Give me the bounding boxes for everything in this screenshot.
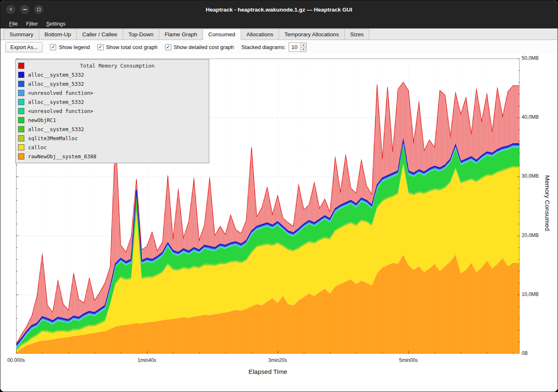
- y-axis-tick-label: 30,0MB: [522, 173, 539, 179]
- legend-swatch: [18, 99, 24, 105]
- y-axis-tick-label: 0B: [522, 350, 528, 356]
- y-axis-tick-label: 20,0MB: [522, 232, 539, 238]
- legend-entries: alloc__system_5332alloc__system_5332<unr…: [18, 70, 206, 161]
- tab-summary[interactable]: Summary: [4, 29, 39, 40]
- close-icon: ×: [9, 7, 12, 12]
- legend-swatch: [18, 144, 24, 150]
- legend-label: alloc__system_5332: [28, 99, 84, 105]
- minimize-icon: [23, 9, 27, 10]
- maximize-button[interactable]: [34, 5, 43, 14]
- y-axis-tick-label: 10,0MB: [522, 291, 539, 297]
- window-controls: ×: [6, 0, 43, 19]
- checkbox-box-icon[interactable]: ✓: [97, 44, 104, 50]
- x-axis-tick-label: 3min20s: [268, 357, 287, 363]
- checkbox-show-legend[interactable]: ✓Show legend: [50, 44, 90, 50]
- y-axis-title: Memory Consumed: [544, 175, 551, 231]
- checkbox-box-icon[interactable]: ✓: [50, 44, 56, 50]
- tab-bottom-up[interactable]: Bottom-Up: [39, 29, 77, 40]
- legend-title: Total Memory Consumption: [28, 63, 206, 69]
- legend-entry: sqlite3MemMalloc: [18, 134, 206, 143]
- tab-consumed[interactable]: Consumed: [203, 29, 241, 40]
- heaptrack-window: × Heaptrack - heaptrack.wakunode.1.gz — …: [0, 0, 558, 392]
- tab-bar: SummaryBottom-UpCaller / CalleeTop-DownF…: [0, 28, 558, 40]
- legend-label: newObjRC1: [28, 117, 56, 123]
- legend-swatch: [18, 135, 24, 141]
- legend-label: rawNewObj__system_6388: [28, 153, 97, 160]
- checkbox-box-icon[interactable]: ✓: [165, 44, 171, 50]
- x-axis-tick-label: 5min00s: [399, 357, 418, 363]
- legend-swatch: [18, 108, 24, 114]
- legend-swatch: [18, 117, 24, 123]
- close-button[interactable]: ×: [6, 5, 15, 14]
- legend-swatch: [18, 90, 24, 96]
- toolbar-checkboxes: ✓Show legend✓Show total cost graph✓Show …: [50, 44, 234, 50]
- menu-item-file[interactable]: File: [5, 20, 21, 28]
- tab-temporary-allocations[interactable]: Temporary Allocations: [279, 29, 345, 40]
- stepper-down-button[interactable]: ▼: [300, 47, 306, 52]
- tab-sizes[interactable]: Sizes: [344, 29, 369, 40]
- checkbox-label: Show total cost graph: [106, 44, 158, 50]
- tab-allocations[interactable]: Allocations: [241, 29, 279, 40]
- titlebar[interactable]: × Heaptrack - heaptrack.wakunode.1.gz — …: [0, 0, 558, 19]
- legend-label: alloc__system_5332: [28, 126, 84, 132]
- legend-label: sqlite3MemMalloc: [28, 135, 78, 141]
- x-axis-tick-label: 1min40s: [137, 357, 156, 363]
- legend-swatch: [18, 81, 24, 87]
- stacked-diagrams-label: Stacked diagrams:: [241, 44, 286, 50]
- legend-entry: <unresolved function>: [18, 88, 206, 97]
- menubar: FileFilterSettings: [0, 19, 558, 28]
- legend-label: <unresolved function>: [28, 90, 93, 96]
- y-axis-tick-label: 50,0MB: [522, 55, 539, 61]
- legend-title-swatch: [18, 63, 24, 69]
- legend-entry: newObjRC1: [18, 115, 206, 124]
- stacked-diagrams-value[interactable]: 10: [289, 43, 300, 52]
- tab-caller-callee[interactable]: Caller / Callee: [76, 29, 123, 40]
- checkbox-label: Show detailed cost graph: [174, 44, 234, 50]
- legend-entry: alloc__system_5332: [18, 70, 206, 79]
- legend-entry: calloc: [18, 143, 206, 152]
- minimize-button[interactable]: [20, 5, 29, 14]
- y-axis-tick-label: 40,0MB: [522, 114, 539, 120]
- x-axis-tick-label: 00.000s: [7, 357, 25, 363]
- legend-label: <unresolved function>: [28, 108, 93, 114]
- legend-title-row: Total Memory Consumption: [18, 61, 206, 70]
- checkbox-show-detailed-cost-graph[interactable]: ✓Show detailed cost graph: [165, 44, 234, 50]
- tab-top-down[interactable]: Top-Down: [123, 29, 159, 40]
- toolbar: Export As... ✓Show legend✓Show total cos…: [0, 40, 558, 54]
- menu-item-filter[interactable]: Filter: [22, 20, 42, 28]
- legend-swatch: [18, 126, 24, 132]
- legend-entry: <unresolved function>: [18, 106, 206, 115]
- stepper-up-button[interactable]: ▲: [300, 43, 306, 47]
- export-as-button[interactable]: Export As...: [5, 42, 43, 52]
- stepper-buttons: ▲ ▼: [300, 43, 306, 52]
- legend-label: alloc__system_5332: [28, 81, 84, 87]
- menu-item-settings[interactable]: Settings: [43, 20, 69, 28]
- checkbox-label: Show legend: [59, 44, 90, 50]
- stacked-diagrams-control: Stacked diagrams: 10 ▲ ▼: [241, 42, 307, 52]
- legend-entry: alloc__system_5332: [18, 97, 206, 106]
- legend-swatch: [18, 153, 24, 160]
- maximize-icon: [37, 8, 40, 11]
- tab-flame-graph[interactable]: Flame Graph: [159, 29, 203, 40]
- chart-legend: Total Memory Consumption alloc__system_5…: [15, 59, 209, 163]
- legend-swatch: [18, 72, 24, 78]
- window-title: Heaptrack - heaptrack.wakunode.1.gz — He…: [0, 7, 558, 13]
- x-axis-title: Elapsed Time: [248, 368, 287, 376]
- legend-entry: rawNewObj__system_6388: [18, 152, 206, 161]
- chart-region: Total Memory Consumption alloc__system_5…: [0, 54, 558, 392]
- legend-entry: alloc__system_5332: [18, 124, 206, 134]
- legend-label: alloc__system_5332: [28, 72, 84, 78]
- legend-label: calloc: [28, 144, 47, 150]
- legend-entry: alloc__system_5332: [18, 79, 206, 88]
- stacked-diagrams-spinbox[interactable]: 10 ▲ ▼: [288, 42, 307, 52]
- checkbox-show-total-cost-graph[interactable]: ✓Show total cost graph: [97, 44, 158, 50]
